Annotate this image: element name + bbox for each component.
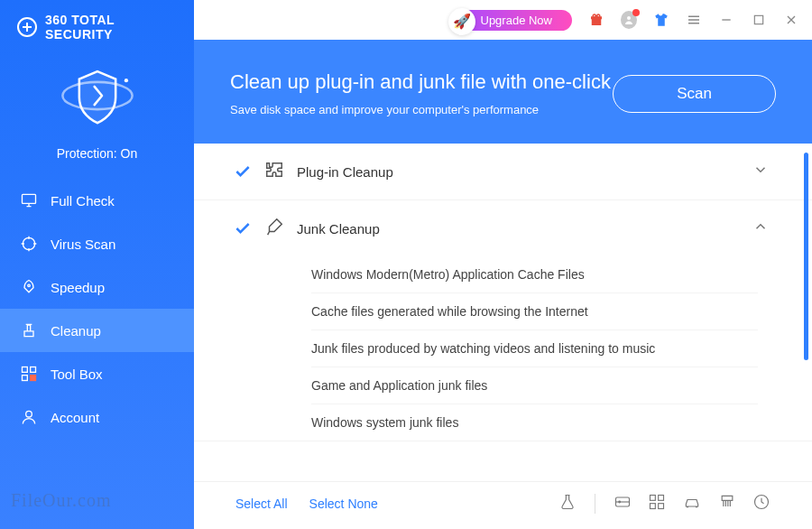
svg-point-11	[627, 16, 631, 20]
svg-rect-15	[651, 496, 656, 501]
list-item[interactable]: Windows Modern(Metro) Application Cache …	[311, 256, 758, 292]
shredder-icon[interactable]	[718, 493, 736, 515]
brush-icon	[264, 217, 284, 240]
svg-rect-9	[31, 376, 36, 381]
sidebar-item-account[interactable]: Account	[0, 395, 194, 439]
svg-rect-12	[754, 15, 762, 23]
sidebar-item-cleanup[interactable]: Cleanup	[0, 309, 194, 352]
svg-rect-18	[659, 504, 664, 509]
select-all-link[interactable]: Select All	[235, 497, 288, 511]
upgrade-label: Upgrade Now	[481, 14, 553, 27]
group-plugin-cleanup: Plug-in Cleanup	[194, 144, 812, 200]
history-icon[interactable]	[752, 493, 770, 515]
svg-point-2	[124, 79, 127, 82]
group-title: Junk Cleanup	[297, 221, 740, 237]
avatar-icon[interactable]	[621, 11, 637, 29]
scan-button[interactable]: Scan	[613, 75, 776, 113]
sidebar-item-label: Virus Scan	[51, 237, 115, 252]
group-junk-cleanup: Junk Cleanup Windows Modern(Metro) Appli…	[194, 200, 812, 441]
disk-icon[interactable]	[614, 493, 632, 515]
sidebar-item-full-check[interactable]: Full Check	[0, 179, 194, 222]
select-none-link[interactable]: Select None	[309, 497, 378, 511]
sidebar-item-tool-box[interactable]: Tool Box	[0, 352, 194, 395]
sidebar-item-label: Tool Box	[51, 367, 103, 382]
sidebar: 360 TOTAL SECURITY Protection: On Full C…	[0, 0, 194, 529]
brand-logo-icon	[16, 16, 38, 38]
user-icon	[20, 408, 38, 426]
checkbox-checked-icon[interactable]	[234, 219, 252, 237]
separator	[595, 494, 595, 514]
maximize-icon[interactable]	[751, 14, 767, 26]
car-icon[interactable]	[682, 493, 702, 515]
chevron-up-icon	[752, 218, 769, 238]
svg-rect-7	[31, 367, 36, 373]
group-header-junk[interactable]: Junk Cleanup	[194, 200, 812, 256]
sidebar-nav: Full Check Virus Scan Speedup Cleanup To…	[0, 179, 194, 439]
target-icon	[20, 235, 38, 253]
group-title: Plug-in Cleanup	[297, 164, 740, 180]
brand: 360 TOTAL SECURITY	[0, 0, 194, 51]
menu-icon[interactable]	[686, 12, 702, 28]
gift-icon[interactable]	[588, 11, 604, 29]
content: 🚀 Upgrade Now Clean up plug-in and junk …	[194, 0, 812, 529]
svg-point-4	[23, 237, 34, 249]
cleanup-list: Plug-in Cleanup Junk Cleanup Windows Mod…	[194, 144, 812, 481]
hero: Clean up plug-in and junk file with one-…	[194, 40, 812, 144]
apps-icon[interactable]	[648, 493, 666, 515]
rocket-badge-icon: 🚀	[448, 8, 475, 35]
sidebar-item-label: Account	[51, 410, 99, 425]
sidebar-item-speedup[interactable]: Speedup	[0, 265, 194, 309]
chevron-down-icon	[752, 162, 769, 181]
svg-rect-3	[23, 194, 36, 203]
svg-rect-17	[651, 504, 656, 509]
broom-icon	[20, 321, 38, 339]
flask-icon[interactable]	[558, 493, 577, 515]
svg-point-10	[26, 411, 32, 417]
svg-point-5	[28, 284, 31, 287]
svg-rect-8	[23, 376, 28, 381]
svg-rect-16	[659, 496, 664, 501]
hero-subtitle: Save disk space and improve your compute…	[230, 103, 613, 116]
titlebar: 🚀 Upgrade Now	[194, 0, 812, 40]
scrollbar[interactable]	[804, 153, 808, 360]
theme-icon[interactable]	[653, 11, 669, 29]
sidebar-item-label: Speedup	[51, 280, 105, 295]
puzzle-icon	[264, 160, 284, 183]
svg-rect-6	[23, 367, 28, 373]
list-item[interactable]: Cache files generated while browsing the…	[311, 292, 758, 329]
junk-sub-items: Windows Modern(Metro) Application Cache …	[194, 256, 812, 441]
minimize-icon[interactable]	[718, 13, 734, 27]
list-item[interactable]: Windows system junk files	[311, 404, 758, 441]
footer: Select All Select None	[194, 481, 812, 529]
monitor-icon	[20, 191, 38, 209]
sidebar-item-label: Cleanup	[51, 323, 101, 339]
brand-name: 360 TOTAL SECURITY	[45, 13, 178, 42]
upgrade-button[interactable]: 🚀 Upgrade Now	[454, 10, 573, 31]
list-item[interactable]: Game and Application junk files	[311, 367, 758, 404]
sidebar-item-label: Full Check	[51, 193, 115, 209]
close-icon[interactable]	[783, 13, 799, 27]
hero-title: Clean up plug-in and junk file with one-…	[230, 70, 613, 94]
grid-icon	[20, 365, 38, 383]
protection-status: Protection: On	[0, 141, 194, 179]
list-item[interactable]: Junk files produced by watching videos a…	[311, 329, 758, 367]
protection-shield-icon	[0, 51, 194, 141]
rocket-icon	[20, 278, 38, 296]
sidebar-item-virus-scan[interactable]: Virus Scan	[0, 222, 194, 265]
footer-tools	[558, 493, 770, 515]
checkbox-checked-icon[interactable]	[234, 162, 252, 181]
group-header-plugin[interactable]: Plug-in Cleanup	[194, 144, 812, 200]
